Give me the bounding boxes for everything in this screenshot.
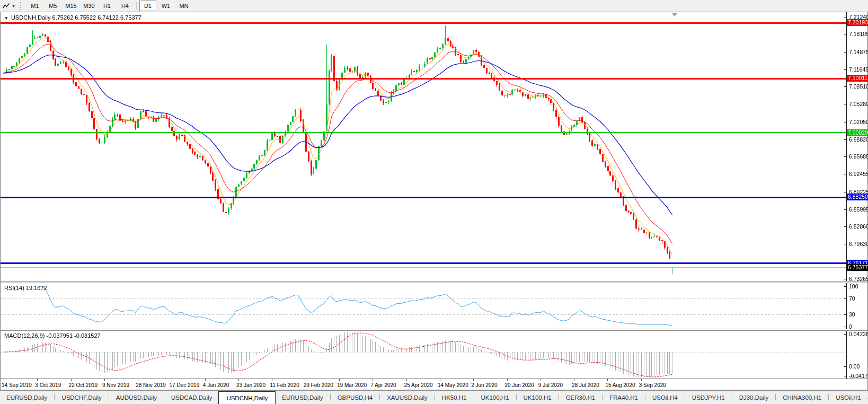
rsi-label: RSI(14) 19.1672 (4, 285, 47, 291)
price-axis-label: 7.18105 (849, 31, 868, 37)
chart-area: ▼USDCNH,Daily 6.75262 6.75522 6.74122 6.… (0, 12, 868, 390)
time-axis-label: 15 Aug 2020 (605, 382, 635, 388)
time-axis-tick (37, 379, 38, 381)
tab-hk50-h1[interactable]: HK50,H1 (436, 392, 473, 404)
tab-separator (474, 394, 474, 400)
time-axis-tick (607, 379, 608, 381)
price-axis-label: 7.05280 (849, 101, 868, 107)
time-axis-tick (473, 379, 474, 381)
tab-uk100-h1[interactable]: UK100,H1 (475, 392, 516, 404)
price-axis-label: 7.02050 (849, 119, 868, 125)
price-axis-tick (844, 86, 846, 87)
timeframe-buttons: M1M5M15M30H1H4D1W1MN (26, 1, 193, 11)
macd-axis-label: 0.00 (849, 363, 860, 370)
timeframe-toolbar: ▼ M1M5M15M30H1H4D1W1MN (0, 0, 868, 12)
time-axis-tick (138, 379, 138, 381)
time-axis-label: 14 May 2020 (438, 382, 468, 388)
tab-usdchf-daily[interactable]: USDCHF,Daily (55, 392, 108, 404)
time-axis-label: 3 Sep 2020 (639, 382, 666, 388)
tab-usdcnh-daily[interactable]: USDCNH,Daily (218, 391, 276, 404)
tab-separator (685, 394, 685, 400)
tab-usoil-h1[interactable]: USOil,H1 (829, 392, 867, 404)
collapse-triangle-icon[interactable]: ▼ (4, 16, 8, 21)
pane-splitter[interactable] (1, 329, 867, 331)
time-axis-tick (205, 379, 206, 381)
chart-shift-marker-icon[interactable] (672, 13, 677, 16)
time-axis-label: 17 Dec 2019 (170, 382, 200, 388)
time-axis-tick (440, 379, 440, 381)
macd-axis-tick (844, 334, 846, 335)
chart-cursor-icon[interactable] (3, 3, 10, 10)
timeframe-h4[interactable]: H4 (117, 1, 134, 11)
timeframe-m30[interactable]: M30 (81, 1, 98, 11)
chevron-down-icon[interactable]: ▼ (12, 4, 15, 8)
tab-usdjpy-h1[interactable]: USDJPY,H1 (686, 392, 731, 404)
time-axis-label: 7 Apr 2020 (370, 382, 396, 388)
macd-axis-tick (844, 366, 846, 367)
tab-xauusd-daily[interactable]: XAUUSD,Daily (380, 392, 434, 404)
tab-eurusd-daily[interactable]: EURUSD,Daily (276, 392, 329, 404)
tab-audusd-daily[interactable]: AUDUSD,Daily (110, 392, 163, 404)
tab-fra40-h1[interactable]: FRA40,H1 (603, 392, 644, 404)
tab-dj30-daily[interactable]: DJ30,Daily (733, 392, 775, 404)
tab-separator (109, 394, 109, 400)
rsi-axis-label: 0 (849, 323, 852, 330)
time-axis-tick (373, 379, 373, 381)
tab-uk100-h1[interactable]: UK100,H1 (517, 392, 558, 404)
time-axis-tick (339, 379, 340, 381)
macd-axis-label: 0.042288 (849, 331, 868, 337)
tab-separator (602, 394, 603, 400)
tab-usoil-h4[interactable]: USOil,H4 (646, 392, 684, 404)
time-axis-label: 19 Mar 2020 (337, 382, 367, 388)
timeframe-mn[interactable]: MN (175, 1, 192, 11)
chart-tabbar: EURUSD,DailyUSDCHF,DailyAUDUSD,DailyUSDC… (0, 390, 868, 404)
time-axis-tick (306, 379, 306, 381)
tab-gbpusd-h4[interactable]: GBPUSD,H4 (331, 392, 379, 404)
price-axis-label: 7.14875 (849, 49, 868, 55)
price-axis-label: 6.79630 (849, 241, 868, 247)
price-badge: 7.20193 (847, 19, 868, 26)
time-axis-tick (641, 379, 642, 381)
tab-eurusd-daily[interactable]: EURUSD,Daily (0, 392, 54, 404)
time-axis-label: 28 Nov 2019 (136, 382, 166, 388)
price-axis-tick (844, 69, 846, 70)
tab-separator (732, 394, 732, 400)
timeframe-m1[interactable]: M1 (26, 1, 43, 11)
price-axis-tick (844, 104, 846, 104)
time-axis-tick (172, 379, 172, 381)
timeframe-d1[interactable]: D1 (139, 1, 156, 11)
tab-separator (516, 394, 517, 400)
timeframe-w1[interactable]: W1 (157, 1, 174, 11)
price-axis-tick (844, 244, 846, 244)
time-axis-tick (71, 379, 72, 381)
time-axis-label: 28 Jul 2020 (572, 382, 599, 388)
tab-china300-h1[interactable]: CHINA300,H1 (776, 392, 828, 404)
price-axis-label: 6.73265 (849, 276, 868, 282)
price-axis-tick (844, 226, 846, 227)
tab-separator (645, 394, 645, 400)
tab-ger30-h1[interactable]: GER30,H1 (560, 392, 602, 404)
price-axis-tick (844, 52, 846, 52)
price-axis-label: 7.08510 (849, 83, 868, 90)
main-chart-canvas[interactable] (1, 12, 848, 281)
price-axis-tick (844, 209, 846, 210)
pane-splitter[interactable] (1, 281, 867, 283)
price-axis-tick (844, 156, 846, 157)
rsi-axis-tick (844, 327, 846, 327)
rsi-canvas[interactable] (1, 283, 848, 329)
timeframe-m5[interactable]: M5 (45, 1, 61, 11)
timeframe-h1[interactable]: H1 (99, 1, 116, 11)
time-axis-tick (4, 379, 4, 381)
tab-usdcad-daily[interactable]: USDCAD,Daily (165, 392, 218, 404)
time-axis-label: 20 Jun 2020 (505, 382, 534, 388)
toolbar-grip[interactable] (20, 2, 22, 10)
price-axis-tick (844, 192, 846, 192)
chart-title: ▼USDCNH,Daily 6.75262 6.75522 6.74122 6.… (4, 14, 141, 21)
time-axis-tick (272, 379, 272, 381)
macd-canvas[interactable] (1, 331, 848, 379)
timeframe-m15[interactable]: M15 (63, 1, 79, 11)
price-axis-label: 7.11645 (849, 66, 868, 73)
time-axis-label: 23 Jan 2020 (236, 382, 265, 388)
price-axis-tick (844, 122, 846, 122)
time-axis-label: 3 Oct 2019 (35, 382, 61, 388)
